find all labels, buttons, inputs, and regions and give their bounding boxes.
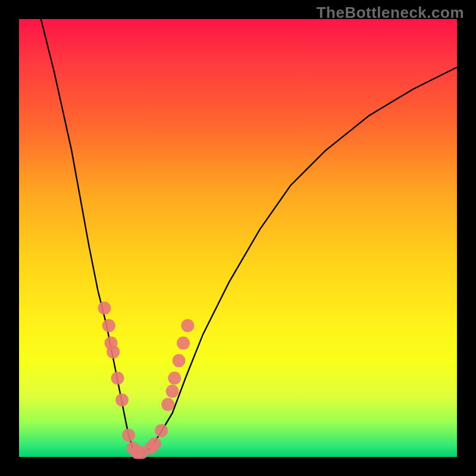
curve-marker [181, 319, 194, 332]
curve-marker [155, 424, 168, 437]
curve-marker [148, 437, 161, 450]
curve-marker [122, 428, 135, 441]
curve-marker [161, 398, 174, 411]
curve-marker [115, 393, 129, 406]
curve-marker [166, 385, 179, 398]
bottleneck-curve [41, 19, 457, 453]
curve-marker [102, 319, 115, 332]
curve-marker [168, 372, 181, 385]
chart-frame: TheBottleneck.com [0, 0, 476, 476]
curve-marker [173, 354, 186, 367]
curve-markers [98, 302, 195, 459]
curve-marker [111, 372, 124, 385]
chart-svg [19, 19, 457, 457]
curve-marker [177, 337, 190, 350]
curve-marker [107, 345, 120, 358]
curve-marker [98, 302, 111, 315]
